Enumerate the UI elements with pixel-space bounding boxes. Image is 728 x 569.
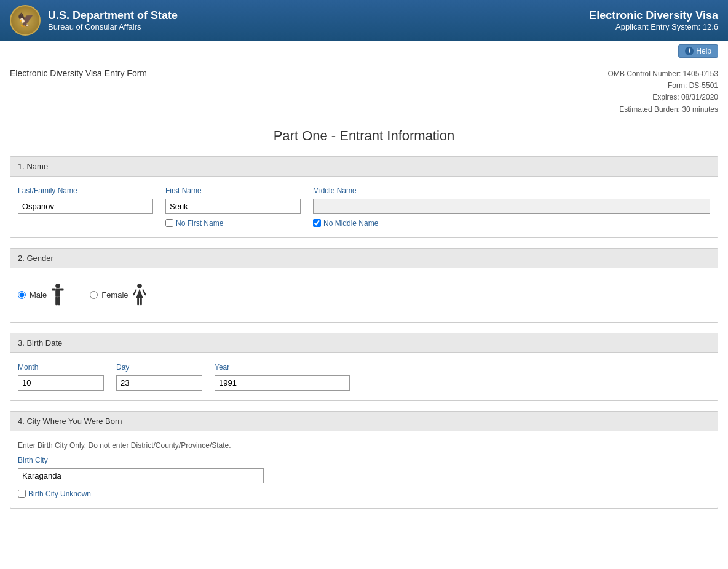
no-middle-name-checkbox[interactable]	[313, 219, 321, 227]
section-birth-city-body: Enter Birth City Only. Do not enter Dist…	[10, 431, 718, 508]
form-title: Electronic Diversity Visa Entry Form	[10, 68, 147, 78]
birth-day-field: Day	[116, 363, 202, 391]
gender-options: Male	[18, 278, 710, 312]
section-gender-header: 2. Gender	[10, 249, 718, 268]
birth-city-label: Birth City	[18, 456, 264, 464]
estimated-burden: Estimated Burden: 30 minutes	[608, 104, 718, 116]
section-name: 1. Name Last/Family Name First Name No F…	[10, 156, 718, 238]
svg-rect-1	[55, 288, 60, 296]
middle-name-input[interactable]	[313, 199, 710, 214]
birth-day-input[interactable]	[116, 375, 202, 391]
form-number: Form: DS-5501	[608, 80, 718, 92]
section-gender-body: Male	[10, 268, 718, 322]
no-first-name-checkbox-label[interactable]: No First Name	[165, 219, 301, 228]
birth-city-unknown-checkbox[interactable]	[18, 490, 26, 498]
svg-rect-2	[55, 297, 58, 305]
svg-line-11	[143, 290, 145, 295]
svg-rect-9	[140, 298, 141, 305]
birth-year-input[interactable]	[215, 375, 350, 391]
help-icon: i	[685, 47, 694, 55]
birth-day-label: Day	[116, 363, 202, 372]
birth-year-label: Year	[215, 363, 350, 372]
section-birth-date: 3. Birth Date Month Day Year	[10, 333, 718, 401]
birth-city-instruction: Enter Birth City Only. Do not enter Dist…	[18, 441, 710, 450]
svg-rect-3	[58, 297, 60, 305]
first-name-input[interactable]	[165, 199, 301, 214]
middle-name-label: Middle Name	[313, 186, 710, 195]
help-bar: i Help	[0, 41, 728, 62]
birth-date-fields: Month Day Year	[18, 363, 710, 391]
section-gender: 2. Gender Male	[10, 248, 718, 323]
expires: Expires: 08/31/2020	[608, 92, 718, 103]
svg-rect-4	[52, 288, 56, 290]
middle-name-field: Middle Name No Middle Name	[313, 186, 710, 228]
section-name-header: 1. Name	[10, 157, 718, 177]
birth-city-unknown-checkbox-label[interactable]: Birth City Unknown	[18, 490, 264, 498]
birth-year-field: Year	[215, 363, 350, 391]
name-fields: Last/Family Name First Name No First Nam…	[18, 186, 710, 228]
svg-rect-5	[60, 288, 64, 290]
birth-month-field: Month	[18, 363, 104, 391]
gender-male-radio[interactable]	[18, 291, 26, 299]
birth-city-input[interactable]	[18, 468, 264, 483]
birth-month-label: Month	[18, 363, 104, 372]
svg-marker-7	[136, 288, 143, 298]
agency-title: U.S. Department of State	[48, 9, 178, 22]
no-middle-name-checkbox-label[interactable]: No Middle Name	[313, 219, 710, 228]
app-info: Electronic Diversity Visa Applicant Entr…	[589, 9, 718, 31]
gender-male-label: Male	[30, 290, 47, 300]
app-title: Electronic Diversity Visa	[589, 9, 718, 22]
main-content: 1. Name Last/Family Name First Name No F…	[0, 156, 728, 531]
section-birth-date-body: Month Day Year	[10, 353, 718, 400]
gender-female-radio[interactable]	[90, 291, 98, 299]
gender-female-option[interactable]: Female	[90, 283, 146, 308]
section-name-body: Last/Family Name First Name No First Nam…	[10, 177, 718, 237]
last-name-label: Last/Family Name	[18, 186, 153, 195]
page-header: 🦅 U.S. Department of State Bureau of Con…	[0, 0, 728, 41]
first-name-field: First Name No First Name	[165, 186, 301, 228]
section-birth-city: 4. City Where You Were Born Enter Birth …	[10, 411, 718, 509]
female-figure-icon	[132, 283, 147, 308]
agency-name: U.S. Department of State Bureau of Consu…	[48, 9, 178, 31]
agency-logo: 🦅	[10, 5, 41, 36]
form-meta: OMB Control Number: 1405-0153 Form: DS-5…	[608, 68, 718, 116]
no-first-name-checkbox[interactable]	[165, 219, 173, 227]
gender-female-label: Female	[101, 290, 128, 300]
last-name-field: Last/Family Name	[18, 186, 153, 228]
male-figure-icon	[50, 283, 65, 308]
help-button[interactable]: i Help	[678, 44, 718, 58]
first-name-label: First Name	[165, 186, 301, 195]
app-subtitle: Applicant Entry System: 12.6	[589, 22, 718, 31]
birth-month-input[interactable]	[18, 375, 104, 391]
birth-city-field: Birth City Birth City Unknown	[18, 456, 264, 498]
section-birth-date-header: 3. Birth Date	[10, 333, 718, 353]
svg-rect-8	[137, 298, 139, 305]
agency-subtitle: Bureau of Consular Affairs	[48, 22, 178, 31]
svg-line-10	[133, 290, 136, 295]
last-name-input[interactable]	[18, 199, 153, 214]
header-left: 🦅 U.S. Department of State Bureau of Con…	[10, 5, 178, 36]
svg-point-6	[137, 284, 142, 288]
gender-male-option[interactable]: Male	[18, 283, 65, 308]
omb-number: OMB Control Number: 1405-0153	[608, 68, 718, 80]
page-heading: Part One - Entrant Information	[0, 118, 728, 156]
section-birth-city-header: 4. City Where You Were Born	[10, 412, 718, 431]
form-info: Electronic Diversity Visa Entry Form OMB…	[0, 62, 728, 118]
svg-point-0	[55, 284, 60, 288]
